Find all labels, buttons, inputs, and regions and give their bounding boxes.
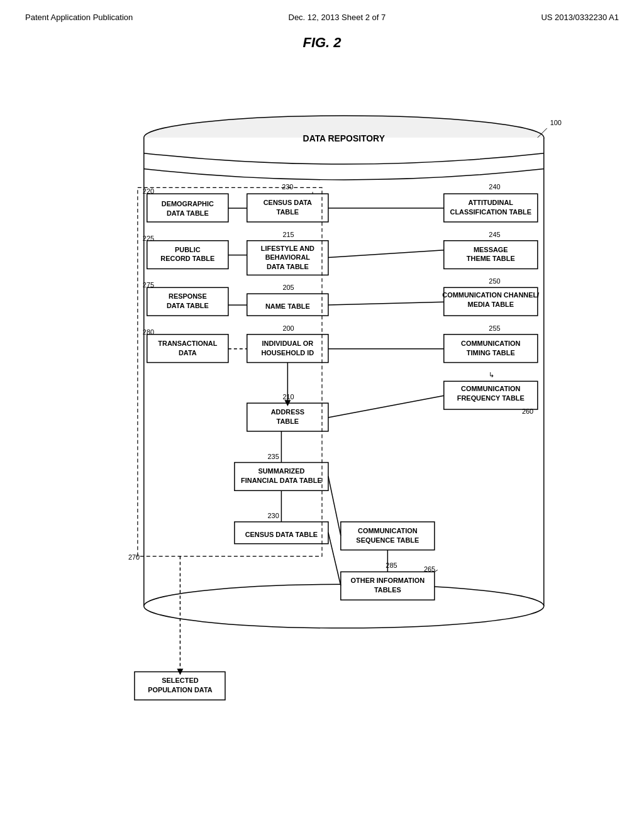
- figure-title: FIG. 2: [25, 35, 619, 51]
- svg-text:245: 245: [489, 231, 500, 238]
- svg-text:NAME TABLE: NAME TABLE: [265, 302, 310, 310]
- svg-text:240: 240: [489, 183, 500, 191]
- svg-text:220: 220: [143, 187, 154, 195]
- ref-100: 100: [550, 119, 562, 126]
- svg-text:215: 215: [282, 231, 294, 238]
- svg-text:OTHER INFORMATION: OTHER INFORMATION: [351, 577, 425, 584]
- svg-text:200: 200: [282, 324, 294, 332]
- svg-text:265: 265: [424, 565, 435, 573]
- svg-text:ATTITUDINAL: ATTITUDINAL: [469, 199, 514, 206]
- svg-text:TABLE: TABLE: [277, 418, 299, 425]
- svg-text:HOUSEHOLD ID: HOUSEHOLD ID: [261, 349, 314, 357]
- svg-text:COMMUNICATION: COMMUNICATION: [461, 385, 521, 392]
- svg-text:MESSAGE: MESSAGE: [474, 246, 508, 253]
- diagram-area: DATA REPOSITORY 100 DEMOGRAPHIC DATA TAB…: [25, 57, 619, 774]
- page: Patent Application Publication Dec. 12, …: [0, 0, 644, 830]
- svg-text:230: 230: [268, 512, 279, 519]
- svg-text:235: 235: [268, 453, 279, 460]
- svg-text:TABLES: TABLES: [374, 586, 401, 594]
- svg-text:TRANSACTIONAL: TRANSACTIONAL: [158, 340, 217, 347]
- svg-text:LIFESTYLE AND: LIFESTYLE AND: [261, 245, 314, 252]
- svg-text:SELECTED: SELECTED: [162, 677, 198, 684]
- svg-text:DEMOGRAPHIC: DEMOGRAPHIC: [162, 200, 214, 208]
- svg-text:DATA: DATA: [179, 349, 197, 357]
- svg-text:250: 250: [489, 277, 500, 285]
- svg-text:DATA TABLE: DATA TABLE: [167, 302, 209, 309]
- svg-text:COMMUNICATION CHANNEL/: COMMUNICATION CHANNEL/: [442, 291, 539, 299]
- header-left: Patent Application Publication: [25, 13, 133, 22]
- svg-text:CENSUS DATA TABLE: CENSUS DATA TABLE: [245, 531, 318, 538]
- svg-text:INDIVIDUAL OR: INDIVIDUAL OR: [262, 340, 313, 347]
- header-right: US 2013/0332230 A1: [541, 13, 619, 22]
- page-header: Patent Application Publication Dec. 12, …: [25, 13, 619, 22]
- svg-text:255: 255: [489, 324, 500, 332]
- svg-text:230: 230: [282, 183, 293, 191]
- svg-text:210: 210: [282, 393, 294, 401]
- svg-text:260: 260: [522, 407, 533, 415]
- svg-text:POPULATION DATA: POPULATION DATA: [148, 686, 213, 694]
- svg-text:FINANCIAL DATA TABLE: FINANCIAL DATA TABLE: [241, 477, 322, 484]
- svg-text:↳: ↳: [489, 371, 494, 379]
- svg-text:COMMUNICATION: COMMUNICATION: [461, 340, 521, 347]
- svg-text:CLASSIFICATION TABLE: CLASSIFICATION TABLE: [450, 208, 531, 216]
- svg-text:280: 280: [143, 328, 154, 336]
- header-center: Dec. 12, 2013 Sheet 2 of 7: [289, 13, 386, 22]
- svg-text:275: 275: [143, 281, 154, 289]
- cylinder-label: DATA REPOSITORY: [303, 133, 386, 143]
- svg-text:RESPONSE: RESPONSE: [169, 292, 207, 300]
- svg-text:PUBLIC: PUBLIC: [175, 246, 201, 253]
- svg-text:BEHAVIORAL: BEHAVIORAL: [265, 253, 311, 261]
- svg-text:TIMING TABLE: TIMING TABLE: [467, 349, 515, 357]
- demographic-box: [147, 194, 228, 222]
- svg-text:DATA TABLE: DATA TABLE: [167, 209, 209, 217]
- svg-text:SEQUENCE TABLE: SEQUENCE TABLE: [356, 536, 419, 544]
- svg-text:TABLE: TABLE: [277, 208, 299, 216]
- svg-text:CENSUS DATA: CENSUS DATA: [264, 199, 312, 206]
- svg-text:205: 205: [282, 284, 294, 291]
- svg-text:DATA TABLE: DATA TABLE: [267, 263, 309, 270]
- svg-text:RECORD TABLE: RECORD TABLE: [160, 255, 214, 262]
- svg-text:THEME TABLE: THEME TABLE: [467, 255, 515, 262]
- svg-text:SUMMARIZED: SUMMARIZED: [258, 467, 304, 475]
- svg-text:ADDRESS: ADDRESS: [271, 408, 304, 416]
- svg-text:COMMUNICATION: COMMUNICATION: [358, 527, 418, 534]
- svg-text:270: 270: [128, 553, 140, 561]
- svg-text:MEDIA TABLE: MEDIA TABLE: [468, 301, 514, 308]
- svg-text:225: 225: [143, 235, 154, 242]
- svg-text:FREQUENCY TABLE: FREQUENCY TABLE: [457, 394, 525, 402]
